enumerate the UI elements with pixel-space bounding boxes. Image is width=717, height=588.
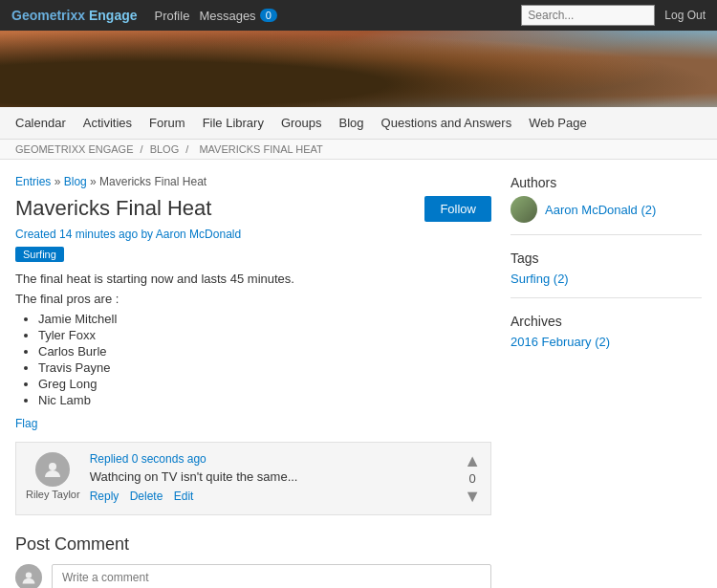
current-post: Mavericks Final Heat [99, 175, 206, 188]
downvote-icon[interactable]: ▼ [464, 488, 481, 505]
comment-actions: Reply Delete Edit [90, 490, 465, 503]
entry-breadcrumb: Entries » Blog » Mavericks Final Heat [15, 175, 491, 188]
messages-badge: 0 [260, 9, 277, 22]
post-tag[interactable]: Surfing [15, 247, 64, 262]
svg-point-0 [49, 463, 56, 470]
blog-link[interactable]: Blog [64, 175, 87, 188]
archive-link[interactable]: 2016 February (2) [511, 335, 702, 349]
nav-web-page[interactable]: Web Page [529, 110, 586, 136]
svg-point-1 [26, 572, 32, 577]
nav-forum[interactable]: Forum [149, 110, 185, 136]
sidebar-archives: Archives 2016 February (2) [511, 314, 702, 360]
post-comment-title: Post Comment [15, 534, 491, 555]
post-body: The final heat is starting now and lasts… [15, 272, 491, 407]
nav-activities[interactable]: Activities [83, 110, 132, 136]
reply-link[interactable]: Reply [90, 490, 120, 503]
current-user-avatar [15, 564, 42, 588]
breadcrumb-current: MAVERICKS FINAL HEAT [199, 143, 322, 155]
delete-link[interactable]: Delete [130, 490, 163, 503]
post-comment-section: Post Comment [15, 534, 491, 588]
list-item: Tyler Foxx [38, 328, 491, 342]
search-input[interactable] [521, 5, 655, 26]
comment-block: Riley Taylor Replied 0 seconds ago Wathc… [15, 442, 491, 515]
sidebar-authors: Authors Aaron McDonald (2) [511, 175, 702, 235]
follow-button[interactable]: Follow [424, 196, 491, 222]
archives-title: Archives [511, 314, 702, 329]
commenter-info: Riley Taylor [26, 452, 80, 505]
tag-link[interactable]: Surfing (2) [511, 272, 702, 286]
list-item: Jamie Mitchell [38, 312, 491, 326]
commenter-name: Riley Taylor [26, 489, 80, 500]
author-avatar [511, 196, 537, 223]
content-area: Entries » Blog » Mavericks Final Heat Ma… [15, 175, 491, 588]
list-item: Carlos Burle [38, 344, 491, 359]
brand-logo: Geometrixx Engage [11, 8, 138, 23]
nav-groups[interactable]: Groups [281, 110, 322, 136]
tags-title: Tags [511, 250, 702, 266]
entry-link[interactable]: Entries [15, 175, 51, 188]
profile-link[interactable]: Profile [155, 9, 190, 23]
comment-content: Replied 0 seconds ago Wathcing on TV isn… [90, 452, 481, 505]
nav-calendar[interactable]: Calendar [15, 110, 66, 136]
upvote-icon[interactable]: ▲ [464, 452, 481, 469]
edit-link[interactable]: Edit [174, 490, 194, 503]
post-title: Mavericks Final Heat [15, 196, 211, 221]
commenter-avatar [35, 452, 70, 487]
nav-file-library[interactable]: File Library [203, 110, 264, 136]
logout-button[interactable]: Log Out [664, 9, 706, 22]
comment-input[interactable] [52, 564, 491, 588]
nav-questions-answers[interactable]: Questions and Answers [381, 110, 512, 136]
post-meta: Created 14 minutes ago by Aaron McDonald [15, 228, 491, 241]
pros-list: Jamie Mitchell Tyler Foxx Carlos Burle T… [38, 312, 491, 407]
post-comment-form [15, 564, 491, 588]
post-header: Mavericks Final Heat Follow [15, 196, 491, 222]
list-item: Greg Long [38, 377, 491, 391]
authors-title: Authors [511, 175, 702, 190]
flag-link[interactable]: Flag [15, 417, 491, 430]
nav-blog[interactable]: Blog [339, 110, 364, 136]
breadcrumb-home[interactable]: GEOMETRIXX ENGAGE [15, 143, 133, 155]
list-item: Travis Payne [38, 360, 491, 375]
secondary-nav: Calendar Activities Forum File Library G… [0, 107, 717, 140]
breadcrumb-bar: GEOMETRIXX ENGAGE / BLOG / MAVERICKS FIN… [0, 140, 717, 160]
sidebar-tags: Tags Surfing (2) [511, 250, 702, 298]
breadcrumb-blog[interactable]: BLOG [150, 143, 180, 155]
author-row: Aaron McDonald (2) [511, 196, 702, 223]
vote-count: 0 [468, 471, 475, 486]
main-layout: Entries » Blog » Mavericks Final Heat Ma… [0, 160, 717, 588]
comment-text: Wathcing on TV isn't quite the same... [90, 469, 465, 484]
list-item: Nic Lamb [38, 393, 491, 407]
top-nav-right: Log Out [521, 5, 706, 26]
author-link[interactable]: Aaron McDonald (2) [545, 203, 656, 217]
messages-link[interactable]: Messages 0 [199, 9, 276, 23]
sidebar: Authors Aaron McDonald (2) Tags Surfing … [511, 175, 702, 588]
top-nav: Geometrixx Engage Profile Messages 0 Log… [0, 0, 717, 31]
hero-image [0, 31, 717, 107]
comment-votes: ▲ 0 ▼ [464, 452, 481, 505]
post-line1: The final heat is starting now and lasts… [15, 272, 491, 286]
comment-meta: Replied 0 seconds ago [90, 452, 465, 466]
post-line2: The final pros are : [15, 292, 491, 306]
